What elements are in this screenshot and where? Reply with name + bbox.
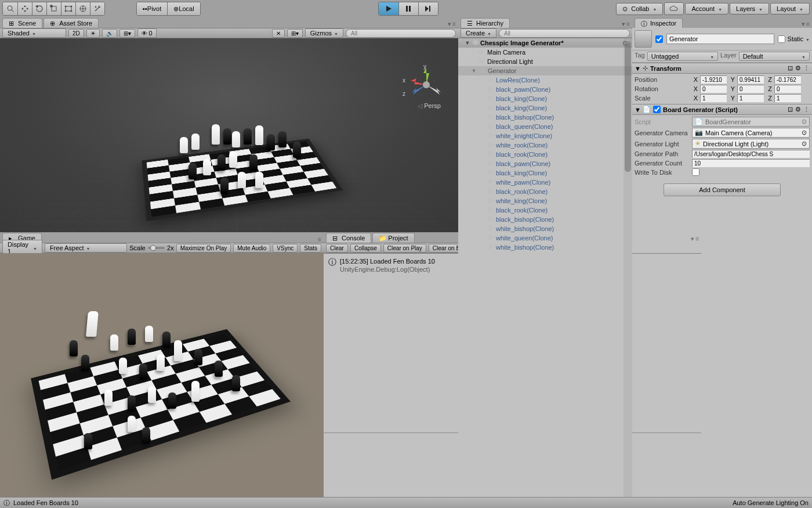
clear-button[interactable]: Clear bbox=[326, 244, 348, 253]
panel-lock-icon[interactable]: ▾ bbox=[448, 20, 451, 28]
step-button[interactable] bbox=[418, 2, 438, 15]
hierarchy-item[interactable]: white_knight(Clone) bbox=[458, 131, 632, 140]
rotate-tool[interactable] bbox=[32, 2, 46, 15]
foldout-icon[interactable]: ▼ bbox=[470, 68, 477, 74]
hierarchy-item[interactable]: white_bishop(Clone) bbox=[458, 243, 632, 252]
static-checkbox[interactable] bbox=[778, 35, 785, 43]
camera-field[interactable]: 📷Main Camera (Camera)⊙ bbox=[692, 128, 810, 138]
local-toggle[interactable]: ⊗ Local bbox=[167, 2, 200, 15]
rect-tool[interactable] bbox=[61, 2, 75, 15]
2d-toggle[interactable]: 2D bbox=[68, 29, 84, 38]
panel-lock-icon[interactable]: ▾ bbox=[802, 20, 805, 28]
component-reset-icon[interactable]: ⚙ bbox=[795, 64, 801, 72]
pos-y-input[interactable] bbox=[737, 75, 764, 84]
panel-menu-icon[interactable]: ≡ bbox=[695, 235, 699, 243]
scene-header-row[interactable]: ▼ Chesspic Image Generator* ⊙≡ bbox=[458, 38, 632, 48]
active-checkbox[interactable] bbox=[655, 35, 663, 43]
transform-component-header[interactable]: ▼ ⊹ Transform ⊡ ⚙ ⋮ bbox=[632, 63, 812, 74]
tab-asset-store[interactable]: ⊕Asset Store bbox=[44, 18, 99, 28]
play-button[interactable] bbox=[379, 2, 398, 15]
pivot-toggle[interactable]: ▪▪ Pivot bbox=[137, 2, 167, 15]
panel-menu-icon[interactable]: ≡ bbox=[806, 20, 810, 28]
static-dropdown-icon[interactable] bbox=[806, 35, 810, 42]
camera-flares-toggle[interactable]: ✕ bbox=[272, 29, 285, 38]
collapse-toggle[interactable]: Collapse bbox=[350, 244, 381, 253]
tab-project[interactable]: 📁Project bbox=[372, 233, 414, 243]
grid-toggle[interactable]: ⊞▾ bbox=[287, 29, 303, 38]
hierarchy-item[interactable]: white_bishop(Clone) bbox=[458, 224, 632, 233]
rot-y-input[interactable] bbox=[737, 85, 764, 93]
clear-on-play-toggle[interactable]: Clear on Play bbox=[383, 244, 426, 253]
hierarchy-search[interactable] bbox=[499, 29, 630, 38]
path-input[interactable] bbox=[692, 150, 810, 158]
rot-x-input[interactable] bbox=[700, 85, 727, 93]
aspect-dropdown[interactable]: Free Aspect bbox=[45, 243, 127, 253]
hidden-toggle[interactable]: 👁 0 bbox=[137, 28, 157, 38]
hierarchy-item[interactable]: black_queen(Clone) bbox=[458, 122, 632, 131]
hierarchy-item[interactable]: black_rook(Clone) bbox=[458, 206, 632, 215]
shading-mode-dropdown[interactable]: Shaded bbox=[2, 28, 66, 38]
move-tool[interactable] bbox=[17, 2, 32, 15]
fx-toggle[interactable]: ⊞▾ bbox=[119, 29, 135, 38]
stats-toggle[interactable]: Stats bbox=[300, 244, 321, 253]
foldout-icon[interactable]: ▼ bbox=[635, 65, 640, 72]
custom-tool[interactable] bbox=[90, 2, 104, 15]
pause-button[interactable] bbox=[398, 2, 418, 15]
vsync-toggle[interactable]: VSync bbox=[273, 244, 298, 253]
component-enabled-checkbox[interactable] bbox=[653, 106, 661, 113]
disk-checkbox[interactable] bbox=[692, 168, 699, 176]
rot-z-input[interactable] bbox=[774, 85, 801, 93]
panel-lock-icon[interactable]: ▾ bbox=[691, 235, 694, 243]
hierarchy-item[interactable]: black_rook(Clone) bbox=[458, 187, 632, 196]
hierarchy-item[interactable]: white_rook(Clone) bbox=[458, 140, 632, 150]
scale-tool[interactable] bbox=[46, 2, 61, 15]
hierarchy-scrollbar[interactable] bbox=[624, 38, 632, 497]
layers-dropdown[interactable]: Layers bbox=[730, 3, 769, 15]
count-input[interactable] bbox=[692, 159, 810, 167]
scene-search[interactable] bbox=[346, 29, 456, 38]
scale-slider[interactable] bbox=[148, 247, 165, 249]
tag-dropdown[interactable]: Untagged bbox=[647, 52, 718, 61]
cloud-button[interactable] bbox=[664, 2, 684, 15]
scene-orientation-gizmo[interactable]: y x z bbox=[406, 64, 447, 105]
tab-console[interactable]: ⊟Console bbox=[326, 233, 371, 243]
panel-menu-icon[interactable]: ≡ bbox=[318, 236, 321, 243]
hierarchy-item[interactable]: black_pawn(Clone) bbox=[458, 159, 632, 168]
foldout-icon[interactable]: ▼ bbox=[635, 106, 640, 113]
hierarchy-item[interactable]: black_king(Clone) bbox=[458, 168, 632, 178]
hierarchy-item[interactable]: ▼Generator bbox=[458, 66, 632, 75]
hierarchy-item[interactable]: Directional Light bbox=[458, 57, 632, 66]
pos-x-input[interactable] bbox=[700, 75, 727, 84]
panel-menu-icon[interactable]: ≡ bbox=[452, 20, 456, 28]
hierarchy-item[interactable]: Main Camera bbox=[458, 48, 632, 57]
gizmos-dropdown[interactable]: Gizmos bbox=[305, 28, 343, 38]
add-component-button[interactable]: Add Component bbox=[664, 183, 781, 196]
hierarchy-item[interactable]: black_king(Clone) bbox=[458, 94, 632, 103]
hierarchy-item[interactable]: white_king(Clone) bbox=[458, 196, 632, 206]
hierarchy-item[interactable]: black_pawn(Clone) bbox=[458, 85, 632, 94]
component-menu-icon[interactable]: ⋮ bbox=[803, 106, 810, 113]
pos-z-input[interactable] bbox=[774, 75, 801, 84]
panel-menu-icon[interactable]: ≡ bbox=[626, 20, 630, 28]
scale-y-input[interactable] bbox=[737, 94, 764, 102]
foldout-icon[interactable]: ▼ bbox=[464, 40, 471, 46]
object-name-input[interactable] bbox=[666, 34, 774, 44]
component-menu-icon[interactable]: ⋮ bbox=[803, 64, 810, 72]
script-component-header[interactable]: ▼ 📄 Board Generator (Script) ⊡ ⚙ ⋮ bbox=[632, 104, 812, 115]
tab-inspector[interactable]: ⓘInspector bbox=[635, 18, 683, 28]
component-reset-icon[interactable]: ⚙ bbox=[795, 106, 801, 113]
hierarchy-item[interactable]: black_bishop(Clone) bbox=[458, 113, 632, 122]
account-dropdown[interactable]: Account bbox=[685, 3, 728, 15]
transform-combined-tool[interactable] bbox=[75, 2, 90, 15]
scale-x-input[interactable] bbox=[700, 94, 727, 102]
scale-z-input[interactable] bbox=[774, 94, 801, 102]
hierarchy-item[interactable]: white_queen(Clone) bbox=[458, 233, 632, 243]
hierarchy-item[interactable]: white_pawn(Clone) bbox=[458, 178, 632, 187]
hierarchy-item[interactable]: LowRes(Clone) bbox=[458, 75, 632, 85]
layer-dropdown[interactable]: Default bbox=[739, 52, 810, 61]
lighting-toggle[interactable]: ☀ bbox=[86, 29, 100, 38]
hierarchy-item[interactable]: black_rook(Clone) bbox=[458, 150, 632, 159]
component-reference-icon[interactable]: ⊡ bbox=[788, 64, 793, 72]
tab-hierarchy[interactable]: ☰Hierarchy bbox=[461, 18, 510, 28]
component-reference-icon[interactable]: ⊡ bbox=[788, 106, 793, 113]
